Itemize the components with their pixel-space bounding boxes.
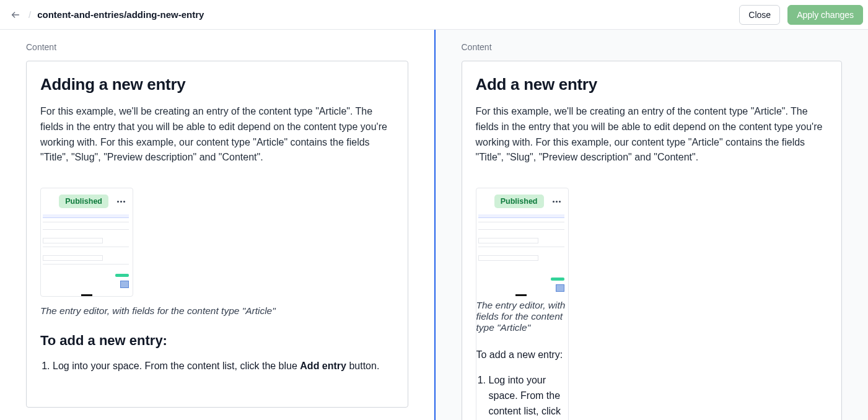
more-icon (117, 201, 125, 203)
top-bar: / content-and-entries/adding-new-entry C… (0, 0, 868, 30)
doc-card-left: Adding a new entry For this example, we'… (26, 61, 408, 408)
thumb-body (476, 214, 568, 300)
breadcrumb: / content-and-entries/adding-new-entry (9, 8, 204, 22)
step-bold: Add entry (300, 361, 346, 371)
status-badge: Published (59, 195, 108, 208)
top-actions: Close Apply changes (739, 5, 863, 25)
list-item: Log into your space. From the content li… (53, 359, 394, 374)
step-text: button. (346, 361, 379, 371)
screenshot-thumbnail-right[interactable]: Published T (476, 188, 569, 420)
screenshot-caption-left: The entry editor, with fields for the co… (40, 305, 394, 317)
apply-changes-button[interactable]: Apply changes (787, 5, 863, 25)
doc-intro-right: For this example, we'll be creating an e… (476, 104, 828, 165)
step-text: Log into your space. From the content li… (53, 361, 300, 371)
steps-list-right: Log into your space. From the content li… (476, 373, 568, 420)
doc-title-right: Add a new entry (476, 75, 828, 94)
status-badge: Published (494, 195, 544, 208)
doc-title-left: Adding a new entry (40, 75, 394, 94)
thumb-toolbar: Published (41, 188, 133, 214)
diff-split-view: Content Adding a new entry For this exam… (0, 30, 868, 420)
close-button[interactable]: Close (739, 5, 780, 25)
right-pane: Content Add a new entry For this example… (434, 30, 869, 420)
doc-card-right: Add a new entry For this example, we'll … (462, 61, 843, 420)
pane-label-left: Content (26, 42, 408, 52)
step-text: Log into your space. From the content li… (489, 375, 561, 420)
thumb-toolbar: Published (476, 188, 568, 214)
thumb-body (41, 214, 133, 292)
doc-intro-left: For this example, we'll be creating an e… (40, 104, 394, 165)
breadcrumb-text: content-and-entries/adding-new-entry (37, 9, 204, 20)
screenshot-caption-right: The entry editor, with fields for the co… (476, 300, 568, 333)
steps-list-left: Log into your space. From the content li… (40, 359, 394, 374)
more-icon (553, 201, 561, 203)
left-pane: Content Adding a new entry For this exam… (0, 30, 434, 420)
back-button[interactable] (9, 8, 22, 22)
pane-label-right: Content (462, 42, 843, 52)
arrow-left-icon (11, 10, 20, 20)
screenshot-thumbnail-left[interactable]: Published (40, 188, 133, 297)
doc-subheading-left: To add a new entry: (40, 333, 394, 349)
breadcrumb-separator: / (28, 9, 31, 20)
list-item: Log into your space. From the content li… (489, 373, 568, 420)
doc-subheading-right: To add a new entry: (476, 349, 568, 361)
